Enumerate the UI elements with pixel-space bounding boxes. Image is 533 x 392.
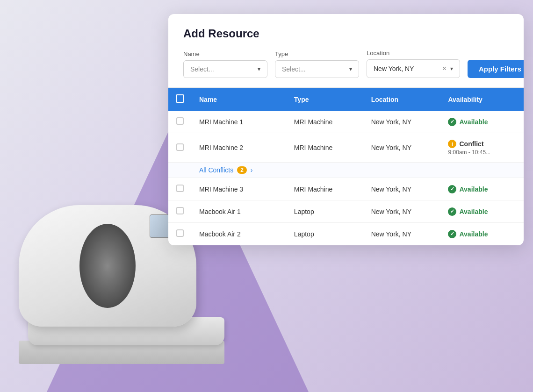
row2-status-conflict: i Conflict 9:00am - 10:45...	[448, 140, 516, 156]
row4-location: New York, NY	[364, 200, 441, 223]
header-location: Location	[364, 88, 441, 111]
all-conflicts-link[interactable]: All Conflicts 2 ›	[199, 166, 516, 174]
row4-checkbox-cell	[168, 200, 192, 223]
row2-name: MRI Machine 2	[192, 133, 287, 163]
row3-status-available: ✓ Available	[448, 185, 516, 193]
conflict-detail-checkbox-cell	[168, 163, 192, 178]
location-clear-icon[interactable]: ×	[442, 64, 447, 73]
row4-availability: ✓ Available	[440, 200, 524, 223]
row5-location: New York, NY	[364, 223, 441, 245]
row4-status-available: ✓ Available	[448, 207, 516, 216]
row5-status-available: ✓ Available	[448, 230, 516, 238]
row1-type: MRI Machine	[287, 111, 364, 133]
header-availability: Availability	[440, 88, 524, 111]
row4-type: Laptop	[287, 200, 364, 223]
row3-status-label: Available	[459, 185, 488, 193]
row3-location: New York, NY	[364, 178, 441, 200]
row5-checkbox[interactable]	[176, 229, 184, 237]
row4-name: Macbook Air 1	[192, 200, 287, 223]
location-filter-value: New York, NY	[374, 65, 439, 72]
row5-checkbox-cell	[168, 223, 192, 245]
row2-availability: i Conflict 9:00am - 10:45...	[440, 133, 524, 163]
add-resource-card: Add Resource Name Select... ▾ Type Selec…	[168, 14, 524, 245]
header-name: Name	[192, 88, 287, 111]
row2-status-label: Conflict	[459, 140, 483, 148]
row2-conflict-top: i Conflict	[448, 140, 516, 148]
row1-available-icon: ✓	[448, 118, 456, 126]
row3-name: MRI Machine 3	[192, 178, 287, 200]
name-filter-placeholder: Select...	[190, 65, 214, 73]
row5-availability: ✓ Available	[440, 223, 524, 245]
header-type: Type	[287, 88, 364, 111]
apply-filters-button[interactable]: Apply Filters	[468, 60, 524, 78]
row1-checkbox[interactable]	[176, 117, 184, 125]
filters-section: Name Select... ▾ Type Select... ▾ Locati…	[183, 50, 509, 78]
card-header: Add Resource Name Select... ▾ Type Selec…	[168, 14, 524, 88]
row1-status-available: ✓ Available	[448, 118, 516, 126]
table-row: Macbook Air 2 Laptop New York, NY ✓ Avai…	[168, 223, 524, 245]
row2-checkbox[interactable]	[176, 143, 184, 151]
all-conflicts-chevron-icon: ›	[251, 166, 253, 174]
table-row: Macbook Air 1 Laptop New York, NY ✓ Avai…	[168, 200, 524, 223]
row5-status-label: Available	[459, 230, 488, 238]
row1-availability: ✓ Available	[440, 111, 524, 133]
row2-location: New York, NY	[364, 133, 441, 163]
row1-checkbox-cell	[168, 111, 192, 133]
location-filter-select[interactable]: New York, NY × ▾	[367, 59, 460, 78]
row3-checkbox-cell	[168, 178, 192, 200]
table-row: MRI Machine 3 MRI Machine New York, NY ✓…	[168, 178, 524, 200]
row5-name: Macbook Air 2	[192, 223, 287, 245]
type-filter-label: Type	[275, 50, 359, 57]
row5-available-icon: ✓	[448, 230, 456, 238]
location-filter-group: Location New York, NY × ▾	[367, 50, 460, 78]
name-chevron-icon: ▾	[258, 66, 260, 72]
conflict-detail-row: All Conflicts 2 ›	[168, 163, 524, 178]
resource-table: Name Type Location Availability MRI Mach…	[168, 88, 524, 245]
row3-available-icon: ✓	[448, 185, 456, 193]
name-filter-select[interactable]: Select... ▾	[183, 60, 267, 78]
row3-availability: ✓ Available	[440, 178, 524, 200]
location-chevron-icon: ▾	[450, 65, 453, 72]
row4-checkbox[interactable]	[176, 207, 184, 214]
row4-available-icon: ✓	[448, 207, 456, 216]
table-section: Name Type Location Availability MRI Mach…	[168, 88, 524, 245]
select-all-checkbox[interactable]	[176, 94, 184, 103]
type-chevron-icon: ▾	[349, 66, 352, 72]
row2-conflict-time: 9:00am - 10:45...	[448, 149, 516, 156]
header-row: Name Type Location Availability	[168, 88, 524, 111]
header-checkbox-cell	[168, 88, 192, 111]
row1-name: MRI Machine 1	[192, 111, 287, 133]
mri-hole	[79, 224, 136, 308]
row2-checkbox-cell	[168, 133, 192, 163]
row4-status-label: Available	[459, 208, 488, 215]
conflict-count-badge: 2	[237, 166, 247, 174]
table-header: Name Type Location Availability	[168, 88, 524, 111]
row2-type: MRI Machine	[287, 133, 364, 163]
all-conflicts-label: All Conflicts	[199, 166, 233, 174]
row1-status-label: Available	[459, 118, 488, 126]
type-filter-placeholder: Select...	[282, 65, 306, 73]
location-filter-label: Location	[367, 50, 460, 57]
row5-type: Laptop	[287, 223, 364, 245]
card-title: Add Resource	[183, 27, 509, 40]
type-filter-group: Type Select... ▾	[275, 50, 359, 78]
table-row: MRI Machine 1 MRI Machine New York, NY ✓…	[168, 111, 524, 133]
row2-conflict-icon: i	[448, 140, 456, 148]
name-filter-group: Name Select... ▾	[183, 50, 267, 78]
row3-checkbox[interactable]	[176, 185, 184, 192]
type-filter-select[interactable]: Select... ▾	[275, 60, 359, 78]
name-filter-label: Name	[183, 50, 267, 57]
table-row: MRI Machine 2 MRI Machine New York, NY i…	[168, 133, 524, 163]
row1-location: New York, NY	[364, 111, 441, 133]
row3-type: MRI Machine	[287, 178, 364, 200]
conflict-detail-cell: All Conflicts 2 ›	[192, 163, 524, 178]
table-body: MRI Machine 1 MRI Machine New York, NY ✓…	[168, 111, 524, 245]
